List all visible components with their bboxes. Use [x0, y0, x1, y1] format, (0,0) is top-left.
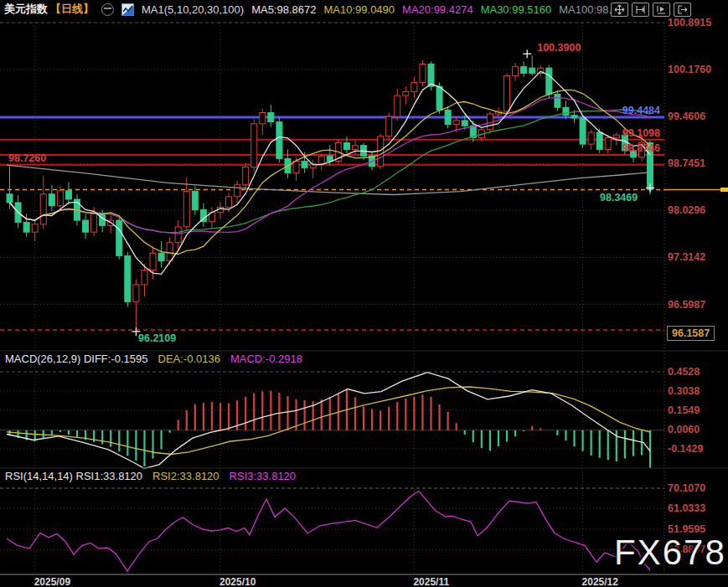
playback-icon[interactable] [653, 3, 670, 17]
move-icon[interactable] [611, 3, 628, 17]
ma30-value: MA30:99.5160 [481, 3, 552, 16]
ma10-value: MA10:99.0490 [323, 3, 395, 16]
macd-title: MACD(26,12,9) DIFF:-0.1595 [5, 353, 148, 365]
macd-dea-value: DEA:-0.0136 [158, 353, 220, 365]
ma5-value: MA5:98.8672 [251, 3, 316, 16]
exit-icon[interactable] [674, 3, 691, 17]
fx678-watermark: FX678 [614, 533, 726, 573]
chart-toolbar [611, 3, 691, 17]
rsi-title: RSI(14,14,14) RSI1:33.8120 [5, 470, 142, 482]
chart-canvas[interactable] [0, 0, 728, 587]
circle-minus-icon[interactable] [101, 3, 114, 16]
macd-header: MACD(26,12,9) DIFF:-0.1595DEA:-0.0136MAC… [5, 353, 302, 365]
rsi2-value: RSI2:33.8120 [152, 470, 219, 482]
ma-params-label: MA1(5,10,20,30,100) [142, 3, 244, 16]
rsi-header: RSI(14,14,14) RSI1:33.8120RSI2:33.8120RS… [5, 470, 296, 482]
ma100-value: MA100:98. [559, 3, 612, 16]
ma20-value: MA20:99.4274 [402, 3, 473, 16]
period-label: 【日线】 [50, 2, 94, 17]
chart-app-window: { "header": { "symbol": "美元指数", "period"… [0, 0, 728, 587]
rsi3-value: RSI3:33.8120 [230, 470, 297, 482]
macd-macd-value: MACD:-0.2918 [230, 353, 302, 365]
y-axis-scale-icon[interactable] [632, 3, 649, 17]
chart-thumbnail-icon[interactable] [121, 3, 134, 16]
symbol-name: 美元指数 [4, 2, 48, 17]
